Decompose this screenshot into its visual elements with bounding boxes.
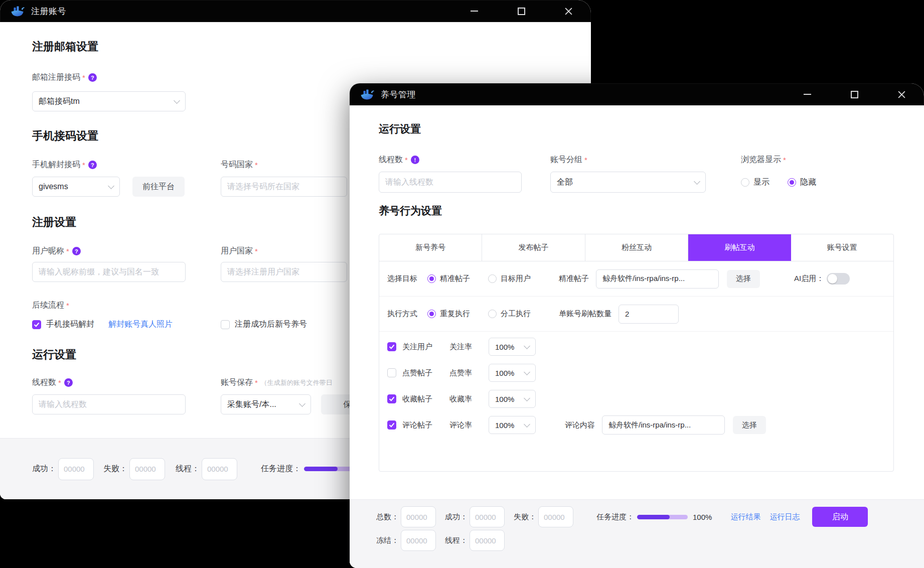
close-button[interactable] <box>897 90 906 99</box>
target-users-radio[interactable] <box>488 274 497 283</box>
user-country-input[interactable] <box>221 262 347 282</box>
show-radio[interactable] <box>741 178 749 187</box>
comment-posts-checkbox[interactable] <box>387 420 396 430</box>
total-counter: 总数： <box>376 506 436 527</box>
email-code-label: 邮箱注册接码 * ? <box>32 72 97 83</box>
phone-unlock-checkbox[interactable] <box>32 320 41 329</box>
nickname-input[interactable] <box>32 262 186 282</box>
fail-count-box[interactable] <box>129 458 165 480</box>
account-save-hint: （生成新的账号文件带日 <box>261 378 333 387</box>
fail-counter: 失败： <box>103 458 165 480</box>
check-icon <box>389 422 395 428</box>
tab-publish-posts[interactable]: 发布帖子 <box>482 234 585 261</box>
comment-rate-label: 评论率 <box>449 420 484 430</box>
nurture-status-bar: 总数： 成功： 失败： 任务进度： 100% <box>350 499 924 568</box>
account-group-label: 账号分组 * <box>550 155 587 165</box>
check-icon <box>389 396 395 401</box>
like-rate-select[interactable]: 100% <box>489 364 536 382</box>
start-button[interactable]: 启动 <box>812 507 868 527</box>
choose-posts-button[interactable]: 选择 <box>727 270 760 288</box>
chevron-down-icon <box>174 97 180 104</box>
repeat-execution-radio[interactable] <box>427 310 436 318</box>
split-execution-radio[interactable] <box>488 310 497 318</box>
check-icon <box>34 322 40 327</box>
tab-account-settings[interactable]: 账号设置 <box>791 234 893 261</box>
threads-label: 线程数 * ! <box>379 155 419 165</box>
run-results-link[interactable]: 运行结果 <box>730 512 760 522</box>
required-mark: * <box>584 156 587 164</box>
info-icon[interactable]: ! <box>411 156 419 164</box>
minimize-button[interactable] <box>803 90 812 99</box>
ai-enable-label: AI启用： <box>794 274 824 283</box>
help-icon[interactable]: ? <box>88 73 97 82</box>
required-mark: * <box>66 301 69 310</box>
follow-rate-select[interactable]: 100% <box>489 338 536 356</box>
phone-unlock-select[interactable]: givesms <box>32 177 120 197</box>
threads-input[interactable] <box>379 172 522 193</box>
tab-new-account-nurture[interactable]: 新号养号 <box>379 234 482 261</box>
behavior-settings-heading: 养号行为设置 <box>379 204 442 218</box>
progress-fill <box>637 515 670 519</box>
browser-display-radios: 显示 隐藏 <box>741 172 816 193</box>
comment-posts-row: 评论帖子 评论率 100% 评论内容 选择 <box>379 412 893 438</box>
goto-platform-button[interactable]: 前往平台 <box>132 177 185 197</box>
required-mark: * <box>58 378 61 387</box>
ai-enable-toggle[interactable] <box>827 273 850 285</box>
close-icon <box>564 7 573 16</box>
precise-posts-radio-label: 精准帖子 <box>440 274 470 283</box>
frozen-count-box[interactable] <box>401 530 436 551</box>
nurture-checkbox-row: 注册成功后新号养号 <box>221 319 307 330</box>
help-icon[interactable]: ? <box>88 161 97 169</box>
phone-settings-heading: 手机接码设置 <box>32 128 98 144</box>
thread-count-box[interactable] <box>202 458 237 480</box>
help-icon[interactable]: ? <box>64 378 73 387</box>
run-logs-link[interactable]: 运行日志 <box>769 512 800 522</box>
like-posts-checkbox[interactable] <box>387 368 396 377</box>
nurture-after-register-label: 注册成功后新号养号 <box>235 319 307 330</box>
minimize-button[interactable] <box>470 7 479 16</box>
precise-posts-radio[interactable] <box>427 274 436 283</box>
real-photo-link[interactable]: 解封账号真人照片 <box>108 319 173 330</box>
like-posts-row: 点赞帖子 点赞率 100% <box>379 360 893 386</box>
nurture-after-register-checkbox[interactable] <box>221 320 230 329</box>
unlock-checkbox-row: 手机接码解封 解封账号真人照片 <box>32 319 173 330</box>
comment-content-input[interactable] <box>602 415 725 435</box>
per-account-count-input[interactable] <box>619 305 679 324</box>
phone-unlock-label: 手机解封接码 * ? <box>32 160 97 170</box>
help-icon[interactable]: ? <box>72 247 81 255</box>
action-rows: 关注用户 关注率 100% 点赞帖子 点赞率 100% <box>379 332 893 438</box>
success-counter: 成功： <box>445 506 505 527</box>
hide-radio[interactable] <box>788 178 796 187</box>
target-users-radio-label: 目标用户 <box>501 274 531 283</box>
success-count-box[interactable] <box>470 506 505 527</box>
comment-rate-select[interactable]: 100% <box>489 416 536 434</box>
execution-mode-label: 执行方式 <box>387 309 417 319</box>
maximize-button[interactable] <box>850 90 859 99</box>
success-count-box[interactable] <box>58 458 94 480</box>
maximize-button[interactable] <box>517 7 526 16</box>
frozen-counter: 冻结： <box>376 530 436 551</box>
favorite-rate-select[interactable]: 100% <box>489 390 536 408</box>
tab-fan-interaction[interactable]: 粉丝互动 <box>585 234 688 261</box>
total-count-box[interactable] <box>401 506 436 527</box>
precise-posts-input[interactable] <box>596 269 719 289</box>
required-mark: * <box>255 378 258 387</box>
account-group-select[interactable]: 全部 <box>550 172 706 193</box>
favorite-posts-checkbox[interactable] <box>387 394 396 403</box>
chevron-down-icon <box>108 183 114 189</box>
window-title: 注册账号 <box>31 6 66 17</box>
phone-unlock-checkbox-label: 手机接码解封 <box>46 319 94 330</box>
choose-comment-button[interactable]: 选择 <box>733 416 766 434</box>
email-code-select[interactable]: 邮箱接码tm <box>32 91 186 111</box>
close-button[interactable] <box>564 7 573 16</box>
minimize-icon <box>804 94 811 95</box>
number-country-input[interactable] <box>221 177 347 197</box>
tab-post-interaction[interactable]: 刷帖互动 <box>688 234 791 261</box>
thread-counter: 线程： <box>176 458 237 480</box>
follow-users-checkbox[interactable] <box>387 342 396 351</box>
account-save-select[interactable]: 采集账号/本... <box>221 394 311 414</box>
footer-links: 运行结果 运行日志 <box>730 512 800 522</box>
thread-count-box[interactable] <box>470 530 505 551</box>
fail-count-box[interactable] <box>538 506 573 527</box>
threads-input[interactable] <box>32 394 186 414</box>
